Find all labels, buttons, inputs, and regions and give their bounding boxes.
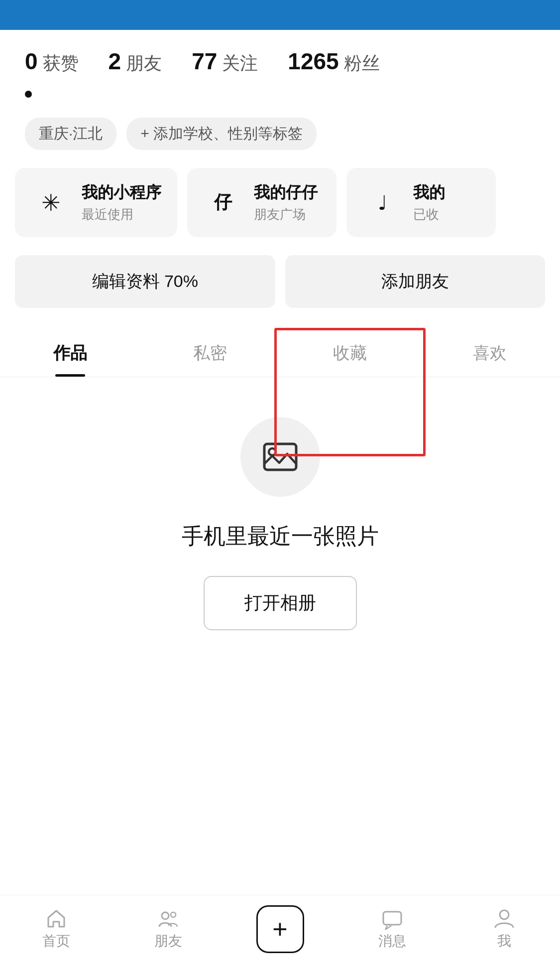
empty-state-title: 手机里最近一张照片: [182, 522, 379, 551]
nav-messages-label: 消息: [378, 932, 406, 951]
tags-row: 重庆·江北 + 添加学校、性别等标签: [0, 118, 560, 168]
music-sub: 已收: [413, 206, 445, 223]
svg-point-5: [500, 910, 509, 919]
quick-card-mini-apps[interactable]: ✳ 我的小程序 最近使用: [15, 168, 177, 237]
friends-icon: [157, 908, 179, 930]
add-button[interactable]: +: [256, 905, 304, 953]
home-icon: [45, 908, 67, 930]
profile-icon: [493, 908, 515, 930]
zaizai-title: 我的仔仔: [254, 182, 318, 204]
stat-likes[interactable]: 0 获赞: [25, 48, 79, 76]
stats-row: 0 获赞 2 朋友 77 关注 1265 粉丝: [0, 30, 560, 91]
friends-label: 朋友: [126, 51, 162, 76]
header-bg: [0, 0, 560, 30]
tab-collection[interactable]: 收藏: [280, 328, 420, 377]
photo-icon: [260, 437, 300, 477]
likes-label: 获赞: [43, 51, 79, 76]
bio-area: [0, 91, 560, 118]
stat-following[interactable]: 77 关注: [192, 48, 258, 76]
following-label: 关注: [222, 51, 258, 76]
music-title: 我的: [413, 182, 445, 204]
fans-label: 粉丝: [344, 51, 380, 76]
action-buttons: 编辑资料 70% 添加朋友: [0, 255, 560, 328]
add-tag-button[interactable]: + 添加学校、性别等标签: [126, 118, 317, 150]
mini-apps-icon: ✳: [31, 183, 71, 223]
empty-icon-circle: [240, 417, 320, 497]
nav-add[interactable]: +: [224, 905, 336, 953]
stat-fans[interactable]: 1265 粉丝: [288, 48, 379, 76]
following-number: 77: [192, 48, 217, 75]
nav-me-label: 我: [497, 932, 511, 951]
bottom-nav: 首页 朋友 + 消息 我: [0, 895, 560, 978]
svg-point-1: [269, 448, 276, 455]
quick-access-row: ✳ 我的小程序 最近使用 仔 我的仔仔 朋友广场 ♩ 我的 已收: [0, 168, 560, 255]
zaizai-icon: 仔: [203, 183, 243, 223]
friends-number: 2: [109, 48, 121, 75]
tabs-row: 作品 私密 收藏 喜欢: [0, 328, 560, 377]
quick-card-music[interactable]: ♩ 我的 已收: [346, 168, 496, 237]
quick-card-zaizai[interactable]: 仔 我的仔仔 朋友广场: [187, 168, 336, 237]
zaizai-sub: 朋友广场: [254, 206, 318, 223]
location-tag[interactable]: 重庆·江北: [25, 118, 116, 150]
fans-number: 1265: [288, 48, 338, 75]
add-friend-button[interactable]: 添加朋友: [285, 255, 546, 308]
svg-rect-4: [383, 912, 401, 925]
bio-dot: [25, 91, 32, 98]
svg-point-3: [171, 912, 176, 917]
nav-friends-label: 朋友: [154, 932, 182, 951]
stat-friends[interactable]: 2 朋友: [109, 48, 162, 76]
tab-likes[interactable]: 喜欢: [420, 328, 560, 377]
tab-private[interactable]: 私密: [140, 328, 280, 377]
nav-home-label: 首页: [42, 932, 70, 951]
content-area: 手机里最近一张照片 打开相册: [0, 377, 560, 660]
nav-home[interactable]: 首页: [0, 908, 112, 951]
edit-profile-button[interactable]: 编辑资料 70%: [15, 255, 275, 308]
music-icon: ♩: [362, 183, 402, 223]
nav-messages[interactable]: 消息: [336, 908, 448, 951]
likes-number: 0: [25, 48, 38, 75]
open-album-button[interactable]: 打开相册: [204, 576, 357, 630]
nav-me[interactable]: 我: [448, 908, 560, 951]
message-icon: [381, 908, 403, 930]
svg-point-2: [162, 912, 169, 919]
tab-works[interactable]: 作品: [0, 328, 140, 377]
nav-friends[interactable]: 朋友: [112, 908, 224, 951]
mini-apps-sub: 最近使用: [82, 206, 161, 223]
mini-apps-title: 我的小程序: [82, 182, 161, 204]
